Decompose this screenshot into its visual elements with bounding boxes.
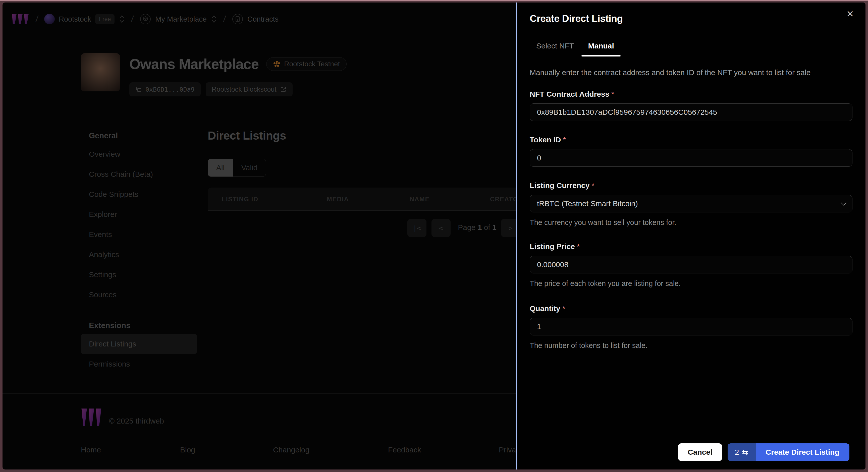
breadcrumb-separator: /: [131, 14, 134, 24]
listing-currency-helper: The currency you want to sell your token…: [530, 218, 852, 227]
listing-currency-label: Listing Currency*: [530, 181, 852, 190]
sidebar-item-events[interactable]: Events: [81, 224, 197, 245]
page-title: Owans Marketplace: [129, 56, 259, 72]
sidebar-item-analytics[interactable]: Analytics: [81, 245, 197, 264]
pagination-first-button[interactable]: |<: [407, 219, 427, 237]
required-asterisk: *: [562, 304, 565, 313]
unfold-chevrons-icon[interactable]: [119, 15, 125, 23]
window-frame: / Rootstock Free / My Marketplace: [0, 0, 868, 472]
thirdweb-logo[interactable]: [11, 13, 30, 25]
required-asterisk: *: [577, 242, 580, 251]
drawer-footer: Cancel 2 ⇆ Create Direct Listing: [678, 443, 849, 461]
footer-link-feedback[interactable]: Feedback: [388, 446, 421, 454]
listing-price-input[interactable]: [530, 256, 852, 274]
contract-address-input[interactable]: [530, 103, 852, 121]
listing-currency-value: tRBTC (Testnet Smart Bitcoin): [537, 199, 638, 208]
drawer-title: Create Direct Listing: [530, 13, 852, 24]
tab-select-nft[interactable]: Select NFT: [530, 38, 581, 56]
footer-thirdweb-logo[interactable]: [81, 407, 102, 428]
cube-icon: [140, 13, 151, 25]
create-direct-listing-drawer: ✕ Create Direct Listing Select NFT Manua…: [516, 2, 866, 470]
swap-arrows-icon: ⇆: [742, 448, 748, 457]
copy-icon: [135, 86, 142, 93]
filter-tab-valid[interactable]: Valid: [233, 159, 266, 177]
sidebar-item-explorer[interactable]: Explorer: [81, 204, 197, 224]
network-badge-label: Rootstock Testnet: [284, 60, 340, 68]
sidebar-heading-general: General: [81, 128, 197, 144]
required-asterisk: *: [563, 135, 566, 144]
sidebar-item-code-snippets[interactable]: Code Snippets: [81, 184, 197, 204]
sidebar-item-overview[interactable]: Overview: [81, 144, 197, 164]
sidebar-item-cross-chain[interactable]: Cross Chain (Beta): [81, 164, 197, 184]
submit-button-group: 2 ⇆ Create Direct Listing: [727, 443, 849, 461]
listing-price-label: Listing Price*: [530, 242, 852, 251]
listing-currency-select[interactable]: tRBTC (Testnet Smart Bitcoin): [530, 195, 852, 212]
contract-address-label: 0xB6D1...0Da9: [146, 86, 195, 93]
contract-address-label: NFT Contract Address*: [530, 90, 852, 98]
sidebar-item-settings[interactable]: Settings: [81, 264, 197, 285]
required-asterisk: *: [591, 181, 594, 190]
project-switcher[interactable]: My Marketplace: [140, 13, 217, 25]
section-name: Contracts: [247, 15, 279, 23]
footer-link-changelog[interactable]: Changelog: [273, 446, 309, 454]
required-asterisk: *: [611, 90, 614, 98]
transaction-count-badge[interactable]: 2 ⇆: [727, 443, 756, 461]
token-id-label: Token ID*: [530, 135, 852, 144]
unfold-chevrons-icon[interactable]: [211, 15, 217, 23]
marketplace-avatar: [81, 53, 120, 91]
footer-link-blog[interactable]: Blog: [180, 446, 195, 454]
breadcrumb-separator: /: [35, 14, 39, 24]
plan-badge: Free: [95, 14, 115, 24]
column-name: NAME: [410, 196, 430, 203]
section-heading: Direct Listings: [208, 129, 286, 143]
listing-price-helper: The price of each token you are listing …: [530, 279, 852, 288]
column-media: MEDIA: [327, 196, 349, 203]
create-direct-listing-button[interactable]: Create Direct Listing: [756, 443, 849, 461]
sidebar-item-direct-listings[interactable]: Direct Listings: [81, 334, 197, 354]
cancel-button[interactable]: Cancel: [678, 443, 722, 461]
pagination-prev-button[interactable]: <: [432, 219, 451, 237]
contract-address-pill[interactable]: 0xB6D1...0Da9: [129, 82, 201, 96]
listings-filter: All Valid: [208, 159, 266, 177]
org-switcher[interactable]: Rootstock Free: [44, 14, 125, 24]
footer-link-home[interactable]: Home: [81, 446, 101, 454]
quantity-label: Quantity*: [530, 304, 852, 313]
sidebar-item-permissions[interactable]: Permissions: [81, 354, 197, 374]
drawer-tabbar: Select NFT Manual: [530, 38, 852, 56]
app-screen: / Rootstock Free / My Marketplace: [2, 2, 866, 470]
drawer-description: Manually enter the contract address and …: [530, 68, 852, 77]
pagination-label: Page 1 of 1: [455, 223, 500, 232]
breadcrumb-contracts[interactable]: Contracts: [232, 13, 279, 25]
network-badge: Rootstock Testnet: [266, 57, 347, 71]
column-listing-id: LISTING ID: [222, 196, 258, 203]
listings-table: LISTING ID MEDIA NAME CREATOR: [208, 188, 532, 211]
token-id-input[interactable]: [530, 149, 852, 167]
quantity-helper: The number of tokens to list for sale.: [530, 341, 852, 350]
close-icon[interactable]: ✕: [846, 9, 854, 19]
external-link-icon: [280, 86, 286, 93]
contract-sidebar: General Overview Cross Chain (Beta) Code…: [81, 128, 197, 374]
tab-manual[interactable]: Manual: [582, 38, 620, 56]
chevron-down-icon: [841, 200, 847, 206]
explorer-link-pill[interactable]: Rootstock Blockscout: [206, 82, 292, 96]
transaction-count: 2: [735, 448, 739, 457]
org-name: Rootstock: [59, 15, 91, 23]
contract-doc-icon: [232, 13, 243, 25]
explorer-link-label: Rootstock Blockscout: [212, 86, 277, 93]
rootstock-icon: [273, 60, 281, 68]
sidebar-item-sources[interactable]: Sources: [81, 285, 197, 305]
sidebar-heading-extensions: Extensions: [81, 317, 197, 334]
footer-copyright: © 2025 thirdweb: [109, 417, 164, 425]
quantity-input[interactable]: [530, 318, 852, 336]
filter-tab-all[interactable]: All: [208, 159, 233, 177]
breadcrumb-separator: /: [223, 14, 226, 24]
org-avatar: [44, 14, 55, 24]
project-name: My Marketplace: [155, 15, 207, 23]
